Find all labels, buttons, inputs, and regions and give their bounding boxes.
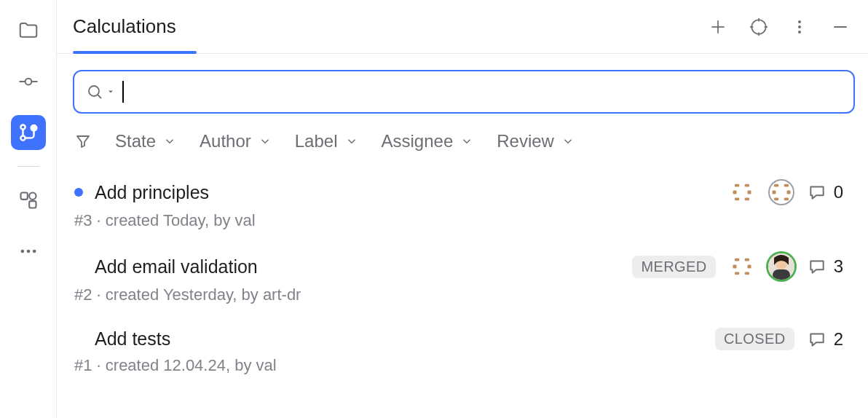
search-box[interactable] (73, 70, 855, 114)
filter-label[interactable]: Label (295, 131, 358, 151)
rail-folder-button[interactable] (11, 13, 46, 48)
status-badge: CLOSED (715, 328, 794, 350)
chevron-down-icon (460, 135, 473, 148)
filter-label-label: Label (295, 131, 338, 151)
rail-apps-button[interactable] (11, 183, 46, 218)
minus-icon (831, 17, 850, 36)
filter-state-label: State (115, 131, 156, 151)
svg-point-8 (29, 193, 36, 200)
more-vertical-icon (791, 18, 808, 36)
item-title: Add email validation (95, 256, 258, 277)
more-button[interactable] (789, 18, 810, 36)
crosshair-icon (749, 17, 768, 36)
svg-rect-25 (735, 184, 739, 187)
filter-icon[interactable] (74, 133, 92, 150)
list-item[interactable]: Add email validation MERGED3 #2 · create… (74, 243, 843, 318)
svg-rect-34 (786, 191, 790, 194)
chevron-down-icon[interactable] (106, 87, 115, 96)
filter-assignee[interactable]: Assignee (382, 131, 474, 151)
filter-author-label: Author (200, 131, 251, 151)
svg-rect-38 (744, 259, 749, 261)
item-meta: #2 · created Yesterday, by art-dr (74, 285, 843, 304)
left-rail (0, 0, 57, 418)
svg-rect-30 (744, 198, 749, 201)
status-badge: MERGED (632, 256, 715, 278)
avatar[interactable] (768, 253, 794, 280)
svg-rect-41 (735, 272, 739, 275)
merge-request-list: Add principles 0 #3 · created Today, by … (57, 165, 868, 388)
svg-point-23 (89, 86, 99, 96)
search-icon (86, 83, 103, 100)
svg-rect-32 (784, 184, 788, 187)
svg-rect-36 (784, 198, 788, 201)
svg-rect-26 (744, 184, 749, 187)
svg-point-19 (798, 20, 801, 23)
comment-count[interactable]: 2 (808, 329, 843, 350)
chevron-down-icon (163, 135, 176, 148)
filter-review[interactable]: Review (497, 131, 575, 151)
svg-rect-33 (772, 191, 776, 194)
svg-rect-6 (20, 193, 27, 200)
apps-icon (18, 190, 39, 210)
open-status-dot (74, 188, 83, 197)
svg-point-0 (25, 79, 31, 85)
svg-line-24 (98, 95, 101, 98)
tab-title: Calculations (73, 15, 176, 38)
search-input[interactable] (131, 82, 843, 102)
filter-bar: State Author Label Assignee Review (57, 119, 868, 165)
avatar[interactable] (729, 179, 755, 205)
svg-point-10 (26, 250, 30, 253)
svg-rect-29 (735, 198, 739, 201)
svg-point-20 (798, 25, 801, 28)
comment-icon (808, 183, 826, 202)
commit-icon (17, 71, 39, 92)
target-button[interactable] (749, 17, 769, 36)
chevron-down-icon (259, 135, 272, 148)
rail-more-button[interactable] (11, 234, 46, 269)
minimize-button[interactable] (830, 17, 851, 36)
text-caret (122, 81, 124, 103)
svg-point-14 (751, 20, 766, 34)
tab-underline (73, 51, 197, 54)
comment-icon (808, 257, 826, 276)
svg-point-21 (798, 31, 801, 33)
avatar[interactable] (729, 253, 755, 280)
svg-rect-31 (774, 184, 778, 187)
active-tab[interactable]: Calculations (73, 0, 176, 53)
svg-rect-7 (29, 201, 36, 208)
filter-state[interactable]: State (115, 131, 176, 151)
comment-count[interactable]: 0 (808, 182, 843, 202)
list-item[interactable]: Add principles 0 #3 · created Today, by … (74, 169, 843, 243)
svg-rect-28 (747, 191, 751, 194)
plus-icon (709, 17, 727, 36)
item-meta: #3 · created Today, by val (74, 211, 843, 230)
svg-rect-27 (733, 191, 736, 194)
titlebar: Calculations (57, 0, 868, 54)
rail-merge-requests-button[interactable] (11, 115, 46, 150)
item-title: Add principles (95, 182, 209, 203)
chevron-down-icon (345, 135, 358, 148)
comment-icon (808, 330, 826, 349)
rail-commit-button[interactable] (11, 64, 46, 99)
svg-point-9 (20, 250, 24, 253)
filter-author[interactable]: Author (200, 131, 272, 151)
rail-divider (17, 166, 39, 167)
avatar[interactable] (768, 179, 794, 205)
svg-rect-46 (773, 269, 790, 280)
svg-point-11 (32, 250, 36, 253)
filter-review-label: Review (497, 131, 554, 151)
new-button[interactable] (708, 17, 728, 36)
item-meta: #1 · created 12.04.24, by val (74, 356, 843, 375)
folder-icon (17, 20, 39, 42)
comment-count[interactable]: 3 (808, 256, 843, 277)
filter-assignee-label: Assignee (382, 131, 454, 151)
svg-rect-40 (747, 265, 751, 269)
item-title: Add tests (95, 328, 170, 350)
svg-rect-39 (733, 265, 736, 269)
chevron-down-icon (561, 135, 575, 148)
svg-rect-37 (735, 259, 739, 261)
list-item[interactable]: Add tests CLOSED2 #1 · created 12.04.24,… (74, 318, 843, 388)
merge-request-icon (17, 122, 39, 143)
more-horizontal-icon (18, 241, 39, 261)
svg-rect-42 (744, 272, 749, 275)
